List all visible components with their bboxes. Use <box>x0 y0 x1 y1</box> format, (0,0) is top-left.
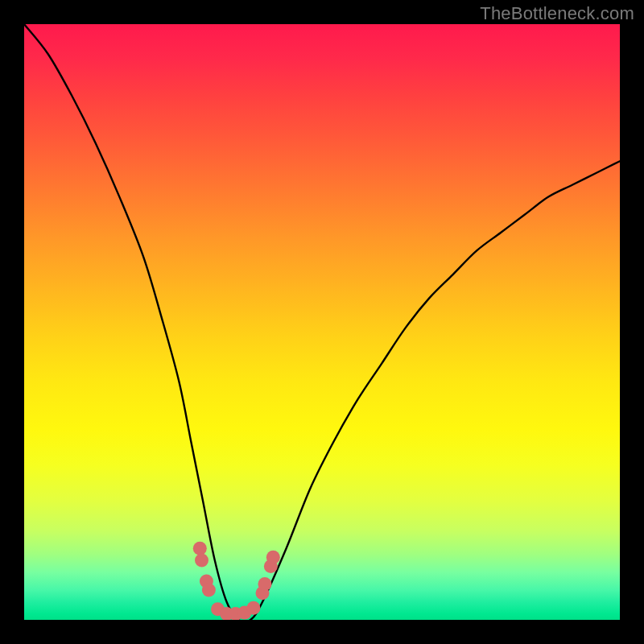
highlight-dot <box>195 554 208 568</box>
plot-area <box>24 24 620 620</box>
highlight-dots <box>193 542 280 620</box>
highlight-dot <box>258 577 271 591</box>
chart-frame: TheBottleneck.com <box>0 0 644 644</box>
bottleneck-curve <box>24 24 620 620</box>
highlight-dot <box>266 551 280 564</box>
highlight-dot <box>246 601 260 615</box>
highlight-dot <box>202 584 216 597</box>
watermark-text: TheBottleneck.com <box>480 3 634 24</box>
highlight-dot <box>193 542 207 555</box>
curve-layer <box>24 24 620 620</box>
